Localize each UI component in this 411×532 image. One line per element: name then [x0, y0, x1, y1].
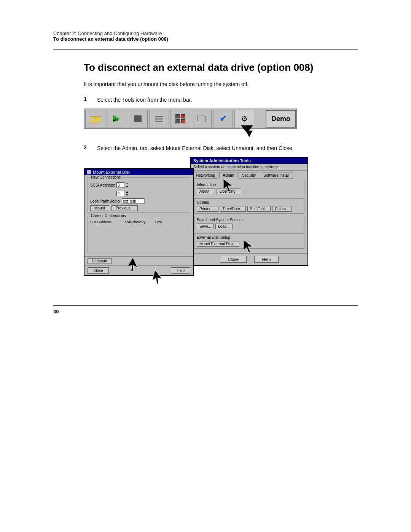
mount-previous-button[interactable]: Previous...: [112, 205, 138, 211]
mount-col-size: Size: [155, 220, 188, 224]
sys-group-saveload-buttons: Save... Load...: [197, 224, 302, 229]
breadcrumb-chapter: Chapter 2: Connecting and Configuring Ha…: [53, 30, 358, 36]
mount-body: New Connections SCSI Address: ▲▼ SCSI Ad…: [84, 175, 193, 256]
sys-admin-tabs: Networking Admin Security Software Insta…: [191, 171, 307, 179]
intro-text: It is important that you unmount the dis…: [84, 80, 358, 88]
mount-col-scsi: SCSI Address: [90, 220, 123, 224]
step-2-number: 2: [84, 144, 95, 150]
mount-window-title: Mount External Disk: [93, 170, 130, 174]
sys-close-button[interactable]: Close: [220, 256, 247, 263]
mount-scsi-row: SCSI Address: ▲▼: [90, 182, 188, 189]
mount-scsi2-row: SCSI Address: ▲▼: [90, 190, 188, 197]
toolbar-copy-button[interactable]: [192, 110, 212, 128]
sys-licensing-button[interactable]: Licensing...: [217, 189, 241, 194]
sys-tab-software[interactable]: Software Install: [260, 172, 293, 179]
toolbar-folder-button[interactable]: [85, 110, 105, 128]
sys-tab-security[interactable]: Security: [239, 172, 259, 179]
mount-localpath-label: Local Path: /logic/: [90, 199, 120, 203]
mount-footer: Close Help: [84, 265, 193, 275]
cursor-arrow-toolbar: ▼: [244, 127, 255, 140]
step-2-line: 2 Select the Admin. tab, select Mount Ex…: [84, 144, 358, 152]
toolbar-play-button[interactable]: ALL: [107, 110, 126, 128]
mount-new-connections-label: New Connections: [90, 175, 121, 179]
sys-about-button[interactable]: About...: [197, 189, 215, 194]
mount-close-button[interactable]: Close: [88, 267, 109, 274]
folder-icon: [90, 115, 100, 123]
sys-selftest-button[interactable]: Self-Test...: [247, 206, 271, 212]
sys-group-information-label: Information: [197, 183, 302, 187]
sys-admin-desc: Select a system administration function …: [191, 164, 307, 171]
sys-group-information: Information About... Licensing...: [194, 181, 304, 196]
mount-localpath-row: Local Path: /logic/: [90, 198, 188, 204]
mount-unmount-button[interactable]: Unmount: [88, 258, 112, 264]
mount-scsi-spinner: ▲▼: [126, 182, 129, 189]
grid-red-icon: [182, 120, 185, 123]
toolbar-stop-button[interactable]: [128, 110, 148, 128]
dialogs-wrapper: System Administration Tools Select a sys…: [84, 157, 308, 283]
toolbar-demo: Demo: [266, 110, 296, 128]
sys-group-information-buttons: About... Licensing...: [197, 189, 302, 194]
toolbar-screenshot: ALL: [84, 109, 297, 129]
toolbar-tools-button[interactable]: ⚙: [234, 110, 254, 128]
mount-mount-button[interactable]: Mount: [90, 205, 109, 211]
play-all-label: ALL: [113, 118, 119, 122]
list-icon: [155, 116, 163, 122]
section-title: To disconnect an external data drive (op…: [84, 62, 358, 73]
sys-mount-extdisk-button[interactable]: Mount External Disk...: [197, 241, 239, 247]
mount-title-bar: Mount External Disk: [84, 169, 193, 175]
sys-colors-button[interactable]: Colors...: [272, 206, 292, 212]
mount-col-dir: Local Directory: [123, 220, 155, 224]
sys-timedate-button[interactable]: Time/Date...: [220, 206, 246, 212]
mount-localpath-input[interactable]: [122, 198, 145, 204]
sys-group-saveload: Save/Load System Settings Save... Load..…: [194, 216, 304, 231]
step-1-number: 1: [84, 96, 95, 102]
stop-icon: [134, 115, 142, 122]
sys-group-utilities-buttons: Printers... Time/Date... Self-Test... Co…: [197, 206, 302, 212]
step-1: 1 Select the Tools icon from the menu ba…: [84, 96, 358, 129]
tools-icon: ⚙: [241, 114, 248, 123]
sys-tab-networking[interactable]: Networking: [193, 172, 218, 179]
mount-scsi2-spinner: ▲▼: [126, 190, 129, 197]
sys-admin-title: System Administration Tools: [191, 158, 307, 164]
mount-scsi2-input[interactable]: [116, 191, 125, 196]
sys-save-button[interactable]: Save...: [197, 224, 214, 229]
mount-window: Mount External Disk New Connections SCSI…: [84, 168, 194, 276]
sys-group-saveload-label: Save/Load System Settings: [197, 218, 302, 222]
sys-admin-window: System Administration Tools Select a sys…: [190, 157, 308, 266]
sys-tab-admin[interactable]: Admin: [219, 172, 238, 179]
toolbar-check-button[interactable]: ✔: [213, 110, 233, 128]
sys-printers-button[interactable]: Printers...: [197, 206, 218, 212]
copy-icon: [198, 115, 206, 123]
step-2: 2 Select the Admin. tab, select Mount Ex…: [84, 144, 358, 283]
mount-window-close-btn[interactable]: [87, 170, 91, 174]
mount-current-connections-group: Current Connections SCSI Address Local D…: [88, 216, 190, 254]
sys-admin-body: Information About... Licensing... Utilit…: [191, 179, 307, 253]
toolbar-grid-button[interactable]: [170, 110, 190, 128]
unmount-btn-row: Unmount: [84, 256, 193, 265]
toolbar-list-button[interactable]: [149, 110, 169, 128]
step-1-line: 1 Select the Tools icon from the menu ba…: [84, 96, 358, 104]
sys-group-extdisk-buttons: Mount External Disk...: [197, 241, 302, 247]
mount-scsi-label: SCSI Address:: [90, 183, 115, 187]
sys-load-button[interactable]: Load...: [215, 224, 233, 229]
page-number: 30: [0, 306, 411, 315]
header-area: Chapter 2: Connecting and Configuring Ha…: [0, 0, 411, 50]
mount-current-connections-label: Current Connections: [90, 214, 127, 218]
sys-admin-footer: Close Help: [191, 253, 307, 265]
sys-group-utilities-label: Utilities: [197, 200, 302, 204]
mount-action-buttons: Mount Previous...: [90, 205, 188, 211]
breadcrumb-section: To disconnect an external data drive (op…: [53, 36, 358, 42]
step-2-text: Select the Admin. tab, select Mount Exte…: [97, 144, 294, 152]
sys-help-button[interactable]: Help: [254, 256, 279, 263]
page: Chapter 2: Connecting and Configuring Ha…: [0, 0, 411, 532]
mount-new-connections-group: New Connections SCSI Address: ▲▼ SCSI Ad…: [88, 177, 190, 213]
mount-help-button[interactable]: Help: [171, 267, 190, 274]
main-content: To disconnect an external data drive (op…: [0, 50, 411, 283]
sys-group-extdisk-label: External Disk Setup: [197, 235, 302, 240]
sys-group-extdisk: External Disk Setup Mount External Disk.…: [194, 233, 304, 249]
sys-group-utilities: Utilities Printers... Time/Date... Self-…: [194, 198, 304, 214]
step-1-text: Select the Tools icon from the menu bar.: [97, 96, 192, 104]
check-icon: ✔: [220, 114, 226, 124]
mount-scsi-input[interactable]: [116, 182, 125, 188]
mount-table-header: SCSI Address Local Directory Size: [90, 220, 188, 225]
